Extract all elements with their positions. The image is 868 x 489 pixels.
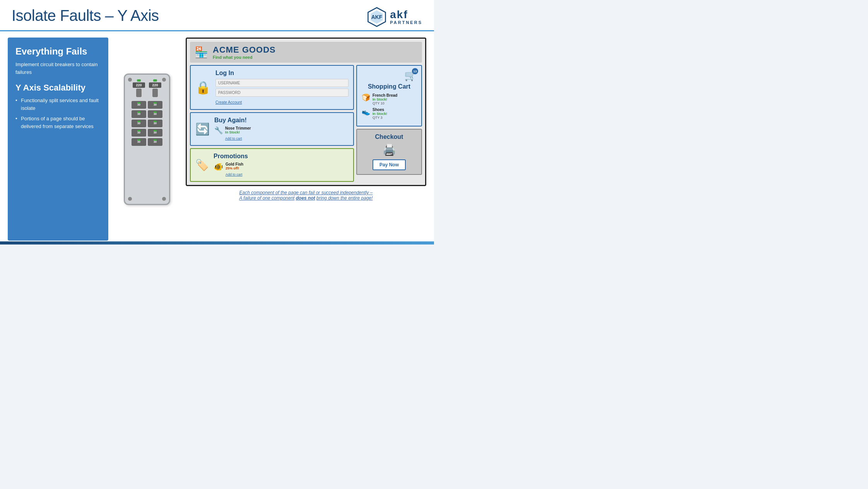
breaker-220-right: 220: [149, 79, 161, 97]
promo-tag-icon: 🏷️: [195, 159, 209, 171]
switch-7[interactable]: 30: [132, 129, 146, 137]
right-panel: 🏪 ACME GOODS Find what you need 🔒: [186, 38, 426, 241]
handle-right: [152, 89, 158, 97]
caption-line2: A failure of one component: [239, 195, 294, 201]
switch-label-8: 30: [154, 131, 157, 134]
password-input[interactable]: [215, 89, 349, 97]
switch-1[interactable]: 30: [132, 101, 146, 109]
pay-now-button[interactable]: Pay Now: [372, 159, 406, 170]
circuit-breaker-box: 220 220 30: [124, 74, 170, 205]
switch-indicator-7: [137, 130, 140, 132]
promo-item-info: Gold Fish 25% off! Add to cart: [226, 162, 243, 177]
acme-header: 🏪 ACME GOODS Find what you need: [190, 42, 422, 63]
website-left-col: 🔒 Log In Create Account 🔄: [190, 65, 354, 182]
switch-indicator-4: [154, 111, 157, 113]
cart-item-2-name: Shoes: [372, 108, 387, 112]
lock-icon: 🔒: [195, 80, 211, 95]
slide-header: Isolate Faults – Y Axis AKF akf PARTNERS: [0, 0, 434, 31]
akf-logo: AKF akf PARTNERS: [367, 7, 422, 27]
slide-body: Everything Fails Implement circuit break…: [0, 31, 434, 244]
everything-fails-heading: Everything Fails: [15, 46, 101, 57]
breaker-switch-rows: 30 30 30 30: [128, 101, 166, 146]
buy-again-content: Buy Again! 🔧 Nose Trimmer In Stock! Add …: [214, 117, 251, 141]
caption-underline: does not: [296, 195, 315, 201]
switch-label-7: 30: [137, 131, 140, 134]
bread-icon: 🍞: [362, 93, 370, 102]
akf-hex-icon: AKF: [367, 7, 387, 27]
switch-label-1: 30: [137, 103, 140, 106]
fish-icon: 🐠: [214, 162, 223, 171]
switch-6[interactable]: 30: [148, 120, 162, 127]
switch-indicator-10: [154, 139, 157, 141]
username-input[interactable]: [215, 79, 349, 87]
trimmer-icon: 🔧: [214, 126, 223, 135]
akf-text: akf PARTNERS: [390, 9, 422, 25]
caption-line1: Each component of the page can fail or s…: [239, 190, 373, 195]
cart-item-2: 👟 Shoes In Stock! QTY 3: [362, 108, 417, 120]
cart-item-1-status: In Stock!: [372, 97, 397, 101]
buy-again-stock-status: In Stock!: [225, 130, 251, 134]
login-title: Log In: [215, 70, 349, 77]
acme-text: ACME GOODS Find what you need: [213, 45, 276, 60]
label-220-right: 220: [149, 82, 161, 88]
switch-indicator-9: [137, 139, 140, 141]
promo-content: Promotions 🐠 Gold Fish 25% off! Add to c…: [214, 153, 248, 177]
switch-5[interactable]: 30: [132, 120, 146, 127]
promo-product-name: Gold Fish: [226, 162, 243, 166]
acme-tagline: Find what you need: [213, 55, 276, 60]
breaker-row-4: 30 30: [130, 129, 164, 137]
bottom-caption: Each component of the page can fail or s…: [186, 189, 426, 202]
shoes-icon: 👟: [362, 108, 370, 116]
cart-badge: 13: [412, 68, 418, 74]
indicator-right: [153, 79, 157, 82]
cart-item-2-qty: QTY 3: [372, 116, 387, 120]
switch-9[interactable]: 30: [132, 138, 146, 146]
cart-item-2-info: Shoes In Stock! QTY 3: [372, 108, 387, 120]
promotions-box: 🏷️ Promotions 🐠 Gold Fish 25% off! Add t…: [190, 148, 354, 182]
switch-label-5: 30: [137, 122, 140, 125]
switch-3[interactable]: 30: [132, 110, 146, 118]
switch-indicator-6: [154, 121, 157, 122]
breaker-row-2: 30 30: [130, 110, 164, 118]
create-account-link[interactable]: Create Account: [215, 100, 242, 104]
corner-tr: [162, 78, 166, 82]
switch-indicator-8: [154, 130, 157, 132]
login-form: Log In Create Account: [215, 70, 349, 105]
promo-item: 🐠 Gold Fish 25% off! Add to cart: [214, 162, 248, 177]
switch-indicator-2: [154, 102, 157, 104]
breaker-row-5: 30 30: [130, 138, 164, 146]
slide-container: Isolate Faults – Y Axis AKF akf PARTNERS…: [0, 0, 434, 244]
bullet-1: Functionally split services and fault is…: [15, 97, 101, 112]
breaker-row-3: 30 30: [130, 120, 164, 127]
cart-item-1-name: French Bread: [372, 93, 397, 97]
website-right-col: 🛒 13 Shopping Cart 🍞 French Bread In Sto…: [356, 65, 422, 182]
buy-again-add-to-cart[interactable]: Add to cart: [225, 137, 242, 140]
circuit-breaker-text: Implement circuit breakers to contain fa…: [15, 61, 101, 76]
cart-item-1-qty: QTY 10: [372, 101, 397, 105]
cart-item-1: 🍞 French Bread In Stock! QTY 10: [362, 93, 417, 105]
switch-label-4: 30: [154, 113, 157, 115]
switch-10[interactable]: 30: [148, 138, 162, 146]
cart-title: Shopping Cart: [362, 83, 417, 90]
checkout-title: Checkout: [375, 133, 403, 140]
switch-label-9: 30: [137, 140, 140, 143]
switch-2[interactable]: 30: [148, 101, 162, 109]
cart-header: 🛒 13: [362, 70, 417, 82]
promo-add-to-cart[interactable]: Add to cart: [226, 173, 243, 176]
akf-partners: PARTNERS: [390, 20, 422, 25]
buy-again-title: Buy Again!: [214, 117, 251, 124]
cart-item-2-status: In Stock!: [372, 112, 387, 116]
buy-again-product-name: Nose Trimmer: [225, 126, 251, 130]
label-220-left: 220: [133, 82, 145, 88]
switch-label-6: 30: [154, 122, 157, 125]
breaker-220-left: 220: [133, 79, 145, 97]
switch-8[interactable]: 30: [148, 129, 162, 137]
switch-4[interactable]: 30: [148, 110, 162, 118]
refresh-dollar-icon: 🔄: [195, 122, 210, 136]
indicator-left: [137, 79, 141, 82]
corner-br: [162, 197, 166, 201]
slide-footer: [0, 241, 434, 244]
y-axis-heading: Y Axis Scalability: [15, 83, 101, 93]
website-middle-row: 🔒 Log In Create Account 🔄: [190, 65, 422, 182]
switch-indicator-1: [137, 102, 140, 104]
